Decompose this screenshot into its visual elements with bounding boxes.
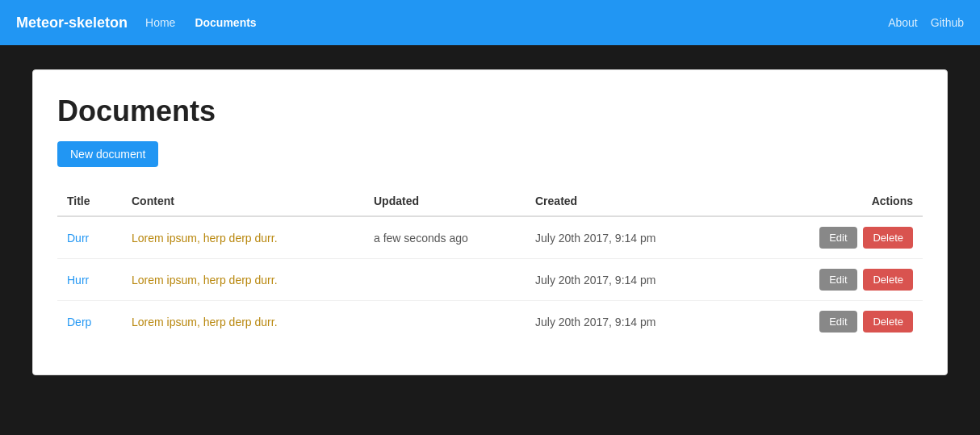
col-header-content: Content [122,186,364,216]
nav-link-about[interactable]: About [888,16,918,29]
navbar-right: About Github [888,16,964,29]
delete-button[interactable]: Delete [863,227,913,249]
main-wrapper: Documents New document Title Content Upd… [0,45,980,399]
doc-title-cell: Derp [57,301,122,343]
doc-title-cell: Durr [57,216,122,259]
col-header-actions: Actions [703,186,923,216]
navbar-left: Meteor-skeleton Home Documents [16,13,258,32]
doc-updated-cell: a few seconds ago [364,216,526,259]
doc-created-cell: July 20th 2017, 9:14 pm [526,216,703,259]
nav-link-github[interactable]: Github [931,16,964,29]
edit-button[interactable]: Edit [819,269,856,291]
table-row: Hurr Lorem ipsum, herp derp durr. July 2… [57,259,923,301]
delete-button[interactable]: Delete [863,311,913,333]
documents-table: Title Content Updated Created Actions Du… [57,186,923,342]
navbar-brand[interactable]: Meteor-skeleton [16,15,128,31]
doc-updated-cell [364,259,526,301]
table-header-row: Title Content Updated Created Actions [57,186,923,216]
doc-created-cell: July 20th 2017, 9:14 pm [526,259,703,301]
doc-content-cell: Lorem ipsum, herp derp durr. [122,259,364,301]
documents-card: Documents New document Title Content Upd… [32,69,948,375]
new-document-button[interactable]: New document [57,141,158,167]
doc-title-cell: Hurr [57,259,122,301]
doc-actions-cell: Edit Delete [703,216,923,259]
doc-title-link[interactable]: Hurr [67,274,89,287]
doc-content-cell: Lorem ipsum, herp derp durr. [122,301,364,343]
doc-actions-cell: Edit Delete [703,301,923,343]
edit-button[interactable]: Edit [819,227,856,249]
doc-title-link[interactable]: Derp [67,316,91,328]
doc-actions-cell: Edit Delete [703,259,923,301]
edit-button[interactable]: Edit [819,311,856,333]
doc-created-cell: July 20th 2017, 9:14 pm [526,301,703,343]
col-header-updated: Updated [364,186,526,216]
doc-updated-cell [364,301,526,343]
doc-title-link[interactable]: Durr [67,232,89,245]
nav-link-home[interactable]: Home [144,13,177,32]
nav-link-documents[interactable]: Documents [193,13,258,32]
navbar: Meteor-skeleton Home Documents About Git… [0,0,980,45]
table-row: Derp Lorem ipsum, herp derp durr. July 2… [57,301,923,343]
page-title: Documents [57,94,923,128]
col-header-created: Created [526,186,703,216]
delete-button[interactable]: Delete [863,269,913,291]
col-header-title: Title [57,186,122,216]
table-row: Durr Lorem ipsum, herp derp durr. a few … [57,216,923,259]
doc-content-cell: Lorem ipsum, herp derp durr. [122,216,364,259]
